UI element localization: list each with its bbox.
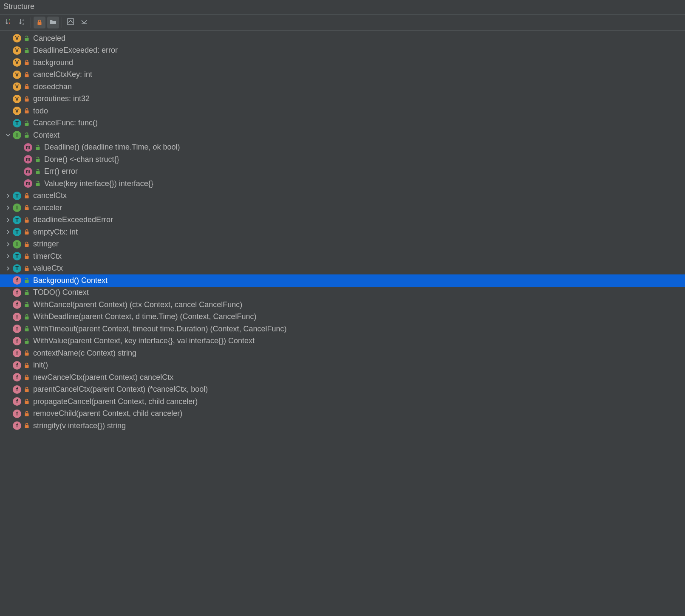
chevron-right-icon[interactable]: [3, 266, 13, 271]
svg-rect-33: [25, 353, 29, 356]
svg-rect-35: [25, 377, 29, 380]
svg-rect-18: [36, 171, 40, 174]
tree-row[interactable]: f stringify(v interface{}) string: [0, 420, 685, 432]
tree-item-label: canceler: [33, 203, 62, 212]
tree-item-label: Background() Context: [33, 276, 108, 285]
tree-row[interactable]: m Done() <-chan struct{}: [0, 153, 685, 166]
kind-badge-function: f: [13, 325, 21, 333]
tree-row[interactable]: f TODO() Context: [0, 287, 685, 299]
unlock-icon: [34, 156, 42, 162]
tree-item-label: DeadlineExceeded: error: [33, 46, 118, 55]
lock-icon: [23, 387, 31, 393]
svg-rect-12: [25, 99, 29, 102]
panel-title-text: Structure: [3, 2, 34, 11]
svg-rect-34: [25, 365, 29, 368]
svg-rect-7: [25, 38, 29, 41]
svg-rect-15: [25, 135, 29, 138]
tree-row[interactable]: T cancelCtx: [0, 190, 685, 202]
svg-rect-23: [25, 232, 29, 235]
tree-item-label: WithTimeout(parent Context, timeout time…: [33, 325, 287, 333]
tree-row[interactable]: f contextName(c Context) string: [0, 347, 685, 359]
unlock-icon: [23, 326, 31, 332]
lock-icon: [23, 72, 31, 78]
kind-badge-type: T: [13, 228, 21, 236]
tree-row[interactable]: V goroutines: int32: [0, 93, 685, 105]
tree-row[interactable]: I canceler: [0, 202, 685, 214]
tree-row[interactable]: f WithCancel(parent Context) (ctx Contex…: [0, 299, 685, 311]
tree-row[interactable]: V todo: [0, 105, 685, 117]
collapse-all-button[interactable]: [78, 17, 90, 28]
tree-row[interactable]: T deadlineExceededError: [0, 214, 685, 226]
lock-icon: [23, 84, 31, 90]
chevron-down-icon[interactable]: [3, 133, 13, 138]
svg-rect-32: [25, 341, 29, 344]
lock-icon: [23, 423, 31, 429]
collapse-all-icon: [80, 17, 88, 28]
svg-rect-38: [25, 413, 29, 416]
kind-badge-interface: I: [13, 131, 21, 139]
tree-row[interactable]: f newCancelCtx(parent Context) cancelCtx: [0, 371, 685, 384]
tree-row[interactable]: V background: [0, 57, 685, 69]
tree-item-label: removeChild(parent Context, child cancel…: [33, 409, 182, 418]
tree-item-label: init(): [33, 361, 48, 370]
tree-row[interactable]: V DeadlineExceeded: error: [0, 45, 685, 57]
kind-badge-variable: V: [13, 82, 21, 91]
tree-row[interactable]: m Err() error: [0, 166, 685, 178]
sort-alphabetically-button[interactable]: a z: [16, 17, 28, 28]
group-toggle-button[interactable]: [47, 17, 59, 28]
svg-text:a: a: [23, 19, 24, 22]
tree-row[interactable]: I stringer: [0, 238, 685, 251]
tree-item-label: WithCancel(parent Context) (ctx Context,…: [33, 300, 242, 309]
tree-row[interactable]: V Canceled: [0, 32, 685, 45]
tree-row[interactable]: f WithDeadline(parent Context, d time.Ti…: [0, 311, 685, 323]
tree-row[interactable]: f Background() Context: [0, 274, 685, 287]
tree-row[interactable]: T emptyCtx: int: [0, 226, 685, 238]
chevron-right-icon[interactable]: [3, 205, 13, 210]
tree-row[interactable]: T valueCtx: [0, 263, 685, 275]
tree-row[interactable]: T CancelFunc: func(): [0, 117, 685, 130]
chevron-right-icon[interactable]: [3, 242, 13, 247]
chevron-right-icon[interactable]: [3, 218, 13, 223]
tree-item-label: newCancelCtx(parent Context) cancelCtx: [33, 373, 173, 382]
kind-badge-variable: V: [13, 107, 21, 115]
svg-rect-8: [25, 50, 29, 53]
tree-item-label: background: [33, 58, 73, 67]
tree-row[interactable]: V cancelCtxKey: int: [0, 69, 685, 81]
tree-item-label: deadlineExceededError: [33, 215, 113, 224]
lock-icon: [23, 59, 31, 65]
chevron-right-icon[interactable]: [3, 193, 13, 198]
tree-item-label: closedchan: [33, 82, 72, 91]
tree-row[interactable]: f propagateCancel(parent Context, child …: [0, 396, 685, 408]
tree-row[interactable]: V closedchan: [0, 81, 685, 93]
tree-item-label: stringify(v interface{}) string: [33, 421, 126, 430]
tree-row[interactable]: f WithTimeout(parent Context, timeout ti…: [0, 323, 685, 335]
tree-row[interactable]: T timerCtx: [0, 250, 685, 263]
tree-row[interactable]: m Value(key interface{}) interface{}: [0, 178, 685, 190]
kind-badge-function: f: [13, 313, 21, 321]
tree-row[interactable]: m Deadline() (deadline time.Time, ok boo…: [0, 141, 685, 154]
svg-rect-1: [9, 23, 10, 24]
tree-row[interactable]: I Context: [0, 129, 685, 141]
kind-badge-variable: V: [13, 71, 21, 79]
tree-item-label: contextName(c Context) string: [33, 349, 136, 358]
tree-item-label: Value(key interface{}) interface{}: [44, 179, 153, 188]
tree-item-label: Canceled: [33, 34, 65, 43]
show-non-public-toggle-button[interactable]: [34, 17, 45, 28]
lock-icon: [23, 217, 31, 223]
tree-row[interactable]: f init(): [0, 359, 685, 372]
unlock-icon: [23, 290, 31, 296]
chevron-right-icon[interactable]: [3, 229, 13, 235]
tree-row[interactable]: f WithValue(parent Context, key interfac…: [0, 335, 685, 348]
svg-rect-0: [9, 19, 10, 20]
tree-row[interactable]: f parentCancelCtx(parent Context) (*canc…: [0, 384, 685, 396]
chevron-right-icon[interactable]: [3, 254, 13, 259]
tree-item-label: valueCtx: [33, 264, 63, 273]
tree-row[interactable]: f removeChild(parent Context, child canc…: [0, 408, 685, 420]
svg-text:z: z: [23, 22, 24, 25]
sort-by-visibility-button[interactable]: [3, 17, 14, 28]
sort-by-visibility-icon: [4, 17, 13, 28]
unlock-icon: [34, 181, 42, 186]
expand-all-button[interactable]: [65, 17, 76, 28]
kind-badge-variable: V: [13, 95, 21, 103]
unlock-icon: [34, 144, 42, 150]
